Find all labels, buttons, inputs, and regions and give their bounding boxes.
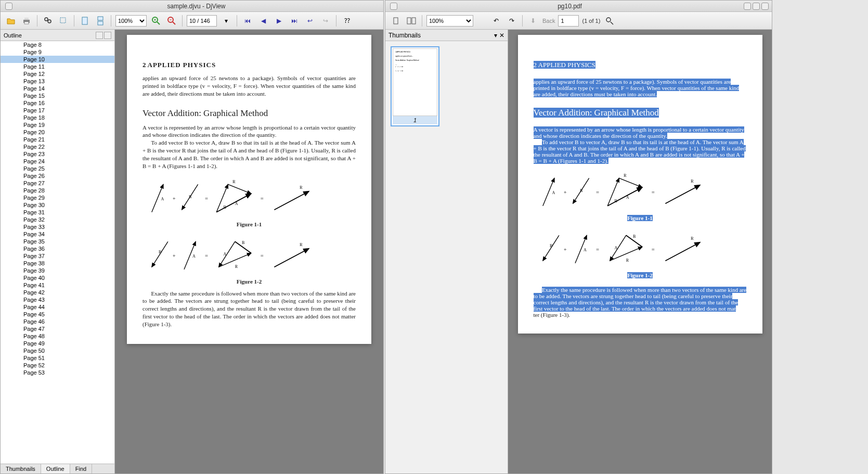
- paragraph[interactable]: Exactly the same procedure is followed w…: [534, 287, 747, 312]
- first-page-icon[interactable]: ⏮: [241, 15, 254, 27]
- outline-item[interactable]: Page 31: [1, 209, 114, 216]
- outline-item[interactable]: Page 22: [1, 143, 114, 150]
- outline-item[interactable]: Page 34: [1, 230, 114, 238]
- outline-item[interactable]: Page 26: [1, 172, 114, 180]
- outline-item[interactable]: Page 47: [1, 325, 114, 332]
- outline-item[interactable]: Page 24: [1, 158, 114, 165]
- outline-item[interactable]: Page 45: [1, 311, 114, 318]
- tab-thumbnails[interactable]: Thumbnails: [1, 464, 41, 473]
- thumbnail-item[interactable]: 2 APPLIED PHYSICSapplies an upward force…: [391, 46, 439, 126]
- outline-item[interactable]: Page 19: [1, 121, 114, 129]
- next-page-icon[interactable]: ▶: [273, 15, 285, 27]
- outline-item[interactable]: Page 35: [1, 238, 114, 245]
- outline-item[interactable]: Page 52: [1, 362, 114, 369]
- figure-caption[interactable]: Figure 1-2: [627, 272, 652, 278]
- rotate-left-icon[interactable]: ↶: [490, 15, 502, 27]
- outline-item[interactable]: Page 33: [1, 223, 114, 230]
- figure-caption: Figure 1-1: [142, 221, 356, 227]
- outline-item[interactable]: Page 14: [1, 85, 114, 92]
- outline-item[interactable]: Page 15: [1, 92, 114, 99]
- zoom-select[interactable]: 100%: [115, 15, 147, 27]
- open-icon[interactable]: [5, 15, 17, 27]
- outline-item[interactable]: Page 16: [1, 99, 114, 107]
- paragraph[interactable]: To add vector B to vector A, draw B so t…: [534, 139, 746, 164]
- print-icon[interactable]: [20, 15, 33, 27]
- zoom-out-icon[interactable]: [165, 15, 178, 27]
- outline-item[interactable]: Page 41: [1, 281, 114, 289]
- outline-item[interactable]: Page 46: [1, 318, 114, 325]
- tab-outline[interactable]: Outline: [41, 464, 70, 473]
- single-page-icon[interactable]: [79, 15, 91, 27]
- outline-item[interactable]: Page 25: [1, 165, 114, 172]
- outline-item[interactable]: Page 30: [1, 201, 114, 209]
- outline-item[interactable]: Page 18: [1, 114, 114, 121]
- single-page-icon[interactable]: [390, 15, 402, 27]
- outline-item[interactable]: Page 53: [1, 369, 114, 376]
- dropdown-icon[interactable]: ▾: [220, 15, 232, 27]
- close-icon[interactable]: [104, 32, 111, 39]
- close-icon[interactable]: [761, 3, 769, 10]
- search-icon[interactable]: [603, 15, 616, 27]
- outline-item[interactable]: Page 48: [1, 332, 114, 340]
- outline-item[interactable]: Page 23: [1, 150, 114, 158]
- dual-page-icon[interactable]: [405, 15, 418, 27]
- svg-text:R: R: [691, 179, 694, 184]
- outline-item[interactable]: Page 9: [1, 48, 114, 56]
- back-label[interactable]: Back: [542, 18, 555, 24]
- outline-item[interactable]: Page 29: [1, 194, 114, 201]
- maximize-icon[interactable]: [753, 3, 760, 10]
- chevron-down-icon[interactable]: ▾: [494, 32, 497, 39]
- last-page-icon[interactable]: ⏭: [288, 15, 301, 27]
- nav-back-icon[interactable]: ↩: [304, 15, 316, 27]
- outline-item[interactable]: Page 27: [1, 180, 114, 187]
- tab-find[interactable]: Find: [70, 464, 92, 473]
- outline-item[interactable]: Page 10: [1, 56, 114, 63]
- select-icon[interactable]: [57, 15, 70, 27]
- outline-item[interactable]: Page 39: [1, 267, 114, 274]
- continuous-icon[interactable]: [94, 15, 107, 27]
- minimize-icon[interactable]: [744, 3, 751, 10]
- chapter-line[interactable]: 2 APPLIED PHYSICS: [534, 61, 595, 69]
- paragraph[interactable]: A vector is represented by an arrow whos…: [534, 126, 744, 139]
- section-heading: Vector Addition: Graphical Method: [142, 108, 356, 119]
- outline-list[interactable]: Page 8Page 9Page 10Page 11Page 12Page 13…: [1, 41, 114, 464]
- prev-page-icon[interactable]: ◀: [257, 15, 269, 27]
- paragraph[interactable]: applies an upward force of 25 newtons to…: [534, 79, 740, 97]
- figure-caption[interactable]: Figure 1-1: [627, 215, 652, 221]
- close-icon[interactable]: ✕: [499, 32, 504, 39]
- outline-item[interactable]: Page 12: [1, 70, 114, 78]
- outline-item[interactable]: Page 37: [1, 252, 114, 260]
- page-viewport[interactable]: 2 APPLIED PHYSICS applies an upward forc…: [508, 30, 772, 473]
- page-input[interactable]: [187, 15, 217, 27]
- outline-item[interactable]: Page 17: [1, 107, 114, 114]
- help-icon[interactable]: ⁇: [341, 15, 353, 27]
- outline-item[interactable]: Page 38: [1, 260, 114, 267]
- outline-item[interactable]: Page 20: [1, 129, 114, 136]
- detach-icon[interactable]: [96, 32, 103, 39]
- outline-item[interactable]: Page 13: [1, 78, 114, 85]
- outline-item[interactable]: Page 42: [1, 289, 114, 296]
- zoom-in-icon[interactable]: [150, 15, 162, 27]
- outline-item[interactable]: Page 51: [1, 354, 114, 362]
- outline-item[interactable]: Page 49: [1, 340, 114, 347]
- outline-item[interactable]: Page 21: [1, 136, 114, 143]
- find-icon[interactable]: [42, 15, 54, 27]
- outline-item[interactable]: Page 8: [1, 41, 114, 48]
- outline-item[interactable]: Page 44: [1, 303, 114, 311]
- svg-text:=: =: [261, 196, 264, 201]
- section-heading[interactable]: Vector Addition: Graphical Method: [534, 108, 659, 118]
- outline-item[interactable]: Page 32: [1, 216, 114, 223]
- outline-item[interactable]: Page 36: [1, 245, 114, 252]
- window-menu-icon[interactable]: [5, 3, 12, 10]
- outline-item[interactable]: Page 40: [1, 274, 114, 281]
- outline-item[interactable]: Page 28: [1, 187, 114, 194]
- rotate-right-icon[interactable]: ↷: [506, 15, 518, 27]
- outline-item[interactable]: Page 50: [1, 347, 114, 354]
- page-viewport[interactable]: 2 APPLIED PHYSICS applies an upward forc…: [115, 30, 383, 473]
- outline-item[interactable]: Page 11: [1, 63, 114, 70]
- window-menu-icon[interactable]: [390, 3, 397, 10]
- zoom-select[interactable]: 100%: [426, 15, 473, 27]
- svg-text:=: =: [205, 196, 208, 201]
- outline-item[interactable]: Page 43: [1, 296, 114, 303]
- page-input[interactable]: [558, 15, 579, 27]
